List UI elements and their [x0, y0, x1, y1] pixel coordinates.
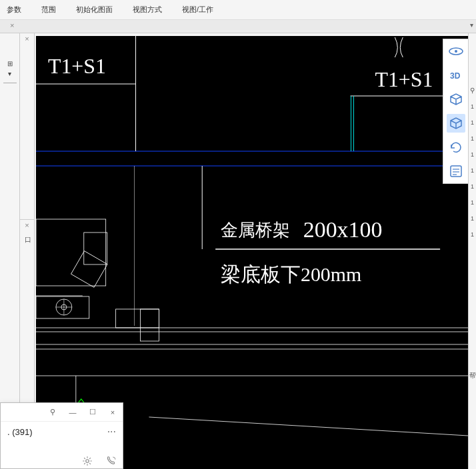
svg-rect-12 [71, 251, 107, 288]
tick-mark: 1 [471, 103, 474, 110]
menu-item[interactable]: 视图/工作 [182, 5, 213, 15]
view-tools-panel: 3D [443, 39, 468, 184]
cable-tray-label: 金属桥架 [221, 221, 290, 240]
svg-point-35 [86, 460, 89, 463]
close-icon[interactable]: × [20, 220, 34, 229]
close-icon[interactable]: × [20, 33, 34, 43]
tick-mark: 1 [471, 215, 474, 222]
menu-item[interactable]: 参数 [7, 5, 21, 15]
tick-mark: 1 [471, 151, 474, 158]
close-icon[interactable]: × [10, 21, 14, 29]
cube-solid-icon[interactable] [447, 114, 465, 133]
chevron-down-icon[interactable]: ▾ [8, 70, 11, 77]
gear-icon[interactable] [81, 455, 93, 467]
popup-window: ⚲ — ☐ × . (391) ··· [0, 402, 123, 469]
minimize-icon[interactable]: — [63, 403, 83, 422]
view-3d-icon[interactable]: 3D [447, 66, 465, 85]
sidebar-label: 帮 [469, 371, 476, 380]
tick-mark: 1 [471, 119, 474, 126]
tick-mark: 1 [471, 135, 474, 142]
rotate-icon[interactable] [447, 138, 465, 157]
tick-mark: 1 [471, 231, 474, 238]
tick-mark: 1 [471, 183, 474, 190]
tick-mark: 1 [471, 167, 474, 174]
maximize-icon[interactable]: ☐ [83, 403, 103, 422]
svg-rect-31 [451, 166, 461, 177]
tick-mark: 1 [471, 199, 474, 206]
top-menu-bar: 参数 范围 初始化图面 视图方式 视图/工作 [0, 0, 476, 20]
phone-icon[interactable] [105, 455, 117, 467]
menu-item[interactable]: 视图方式 [133, 5, 162, 15]
divider [3, 83, 17, 83]
popup-count: . (391) [7, 427, 33, 437]
svg-rect-10 [36, 219, 106, 286]
sidebar-label: 口 [20, 229, 35, 234]
cable-tray-size: 200x100 [303, 217, 383, 242]
chevron-down-icon[interactable]: ▾ [470, 21, 473, 29]
pin-icon[interactable]: ⚲ [470, 87, 475, 94]
svg-rect-20 [141, 309, 159, 341]
label-t1s1-left: T1+S1 [48, 55, 106, 78]
svg-rect-19 [116, 309, 159, 328]
more-icon[interactable]: ··· [107, 426, 116, 438]
document-tab-bar: × ▾ [0, 20, 476, 33]
svg-point-29 [455, 50, 457, 53]
cube-outline-icon[interactable] [447, 90, 465, 109]
beam-note: 梁底板下200mm [221, 263, 361, 285]
close-icon[interactable]: × [103, 403, 123, 422]
label-t1s1-right: T1+S1 [375, 68, 433, 91]
menu-item[interactable]: 范围 [41, 5, 56, 15]
menu-item[interactable]: 初始化图面 [76, 5, 113, 15]
pin-icon[interactable]: ⚲ [43, 403, 63, 422]
popup-titlebar[interactable]: ⚲ — ☐ × [1, 403, 123, 422]
svg-line-27 [149, 417, 468, 436]
grid-icon[interactable]: ⊞ [7, 60, 13, 67]
right-edge-panel: ⚲ 1 1 1 1 1 1 1 1 1 帮 [468, 33, 476, 469]
properties-icon[interactable] [447, 162, 465, 181]
svg-text:3D: 3D [450, 71, 461, 81]
orbit-icon[interactable] [447, 42, 465, 61]
svg-rect-11 [84, 233, 107, 264]
